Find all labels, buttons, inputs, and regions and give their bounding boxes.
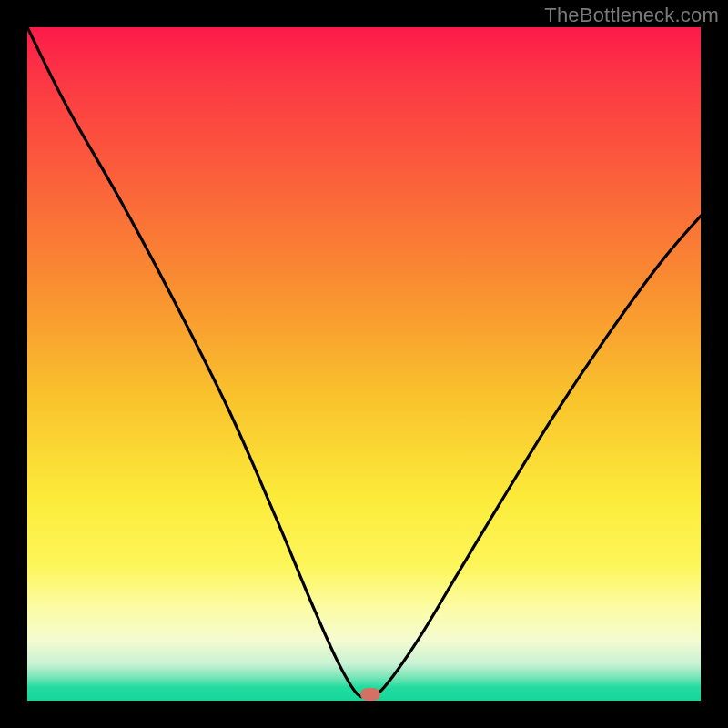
- bottleneck-curve: [27, 27, 701, 701]
- plot-area: [27, 27, 701, 701]
- optimum-marker: [360, 688, 380, 701]
- watermark-text: TheBottleneck.com: [544, 4, 719, 27]
- chart-frame: TheBottleneck.com: [0, 0, 728, 728]
